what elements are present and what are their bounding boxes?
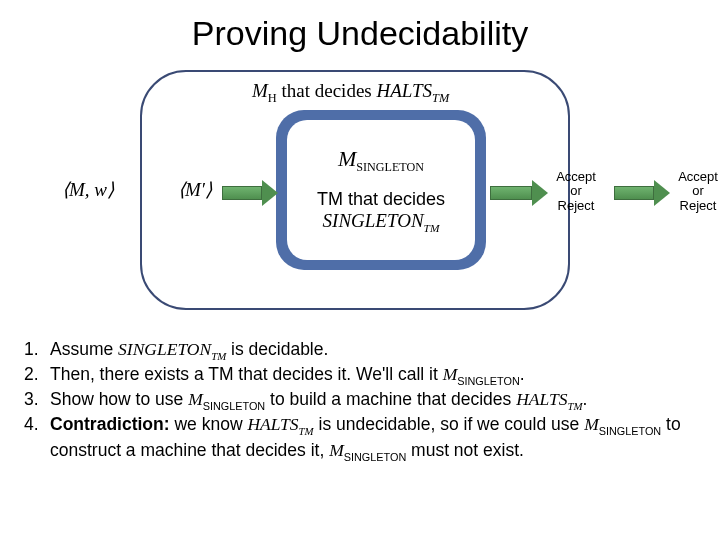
step-4: 4. Contradiction: we know HALTSTM is und… xyxy=(24,413,704,463)
or-text: or xyxy=(692,183,704,198)
step-text: Contradiction: we know HALTSTM is undeci… xyxy=(50,413,704,463)
arrow-icon xyxy=(222,180,278,206)
arrow-icon xyxy=(490,180,548,206)
arrow-icon xyxy=(614,180,670,206)
input-mprime: ⟨M′⟩ xyxy=(178,178,212,201)
singleton-sub: TM xyxy=(424,222,440,234)
proof-steps: 1. Assume SINGLETONTM is decidable. 2. T… xyxy=(24,338,704,464)
msingleton-label: MSINGLETON xyxy=(338,146,424,175)
inner-sub: SINGLETON xyxy=(356,160,424,174)
inner-machine-content: MSINGLETON TM that decides SINGLETONTM xyxy=(287,120,475,260)
inner-accept-reject: Accept or Reject xyxy=(546,170,606,213)
outer-halts: HALTS xyxy=(376,80,432,101)
tm-decides-line: TM that decides xyxy=(317,189,445,210)
reject-text: Reject xyxy=(680,198,717,213)
step-number: 1. xyxy=(24,338,50,363)
step-number: 3. xyxy=(24,388,50,413)
step-1: 1. Assume SINGLETONTM is decidable. xyxy=(24,338,704,363)
inner-machine-box: MSINGLETON TM that decides SINGLETONTM xyxy=(276,110,486,270)
outer-machine-label: MH that decides HALTSTM xyxy=(252,80,449,106)
outer-halts-sub: TM xyxy=(432,91,449,105)
outer-mid: that decides xyxy=(277,80,377,101)
reject-text: Reject xyxy=(558,198,595,213)
step-text: Show how to use MSINGLETON to build a ma… xyxy=(50,388,704,413)
outer-accept-reject: Accept or Reject xyxy=(668,170,720,213)
step-text: Assume SINGLETONTM is decidable. xyxy=(50,338,704,363)
outer-H-sub: H xyxy=(268,91,277,105)
step-number: 2. xyxy=(24,363,50,388)
input-mw: ⟨M, w⟩ xyxy=(62,178,114,201)
or-text: or xyxy=(570,183,582,198)
inner-M: M xyxy=(338,146,356,171)
singleton-text: SINGLETON xyxy=(323,210,424,231)
step-2: 2. Then, there exists a TM that decides … xyxy=(24,363,704,388)
slide-title: Proving Undecidability xyxy=(0,0,720,53)
accept-text: Accept xyxy=(556,169,596,184)
step-3: 3. Show how to use MSINGLETON to build a… xyxy=(24,388,704,413)
accept-text: Accept xyxy=(678,169,718,184)
step-text: Then, there exists a TM that decides it.… xyxy=(50,363,704,388)
singleton-tm-line: SINGLETONTM xyxy=(323,210,440,234)
step-number: 4. xyxy=(24,413,50,463)
outer-M: M xyxy=(252,80,268,101)
diagram: MH that decides HALTSTM MSINGLETON TM th… xyxy=(80,70,700,320)
